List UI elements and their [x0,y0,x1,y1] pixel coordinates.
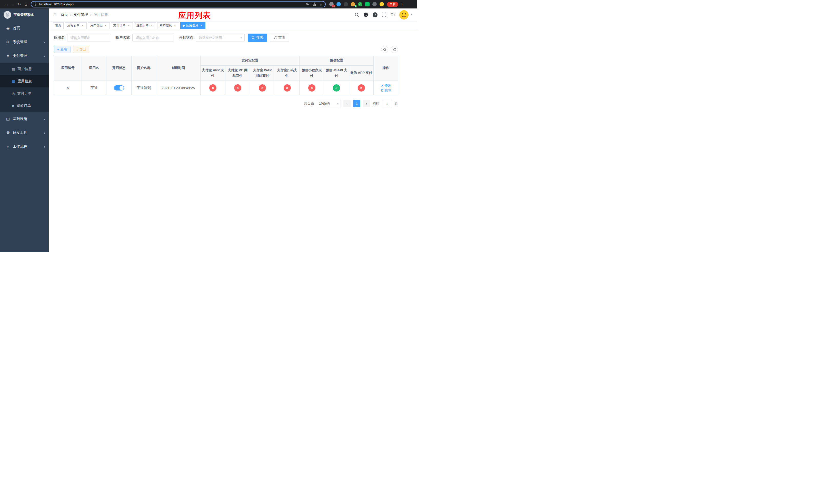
github-icon[interactable] [364,12,368,17]
document-icon: ⧉ [12,104,14,108]
browser-extension-icon[interactable] [336,2,341,6]
status-select[interactable]: 请选择开启状态 ▾ [196,33,245,42]
delete-link[interactable]: 删除 [380,88,391,93]
sidebar-item-label: 支付管理 [13,53,27,58]
forward-icon[interactable]: → [9,0,16,8]
page-size-select[interactable]: 10条/页 ▾ [317,100,341,107]
browser-menu-icon[interactable]: ⋮ [400,2,404,6]
cell-wechat-app: × [349,81,374,95]
add-button[interactable]: + 新增 [54,46,70,53]
prev-page-button[interactable]: ‹ [344,100,351,107]
tab-process-form[interactable]: 流程表单 × [65,22,87,29]
home-icon[interactable]: ⌂ [23,0,29,8]
sidebar-item-workflow[interactable]: ⧈ 工作流程 ▾ [0,140,49,154]
sidebar-item-devtools[interactable]: ⚒ 研发工具 ▾ [0,126,49,140]
breadcrumb-separator: / [70,13,71,17]
sidebar-item-infrastructure[interactable]: ▢ 基础设施 ▾ [0,112,49,126]
share-icon[interactable] [313,2,316,6]
total-count: 共 1 条 [304,101,314,106]
next-page-button[interactable]: › [363,100,370,107]
refresh-button[interactable] [391,46,398,53]
table-toolbar: + 新增 ↓ 导出 [54,46,398,53]
chevron-down-icon: ▾ [44,41,45,44]
tab-pay-order[interactable]: 支付订单 × [111,22,133,29]
sidebar-item-refund-order[interactable]: ⧉ 退款订单 [0,100,49,112]
cell-merchant: 芋道源码 [132,81,156,95]
search-button[interactable]: 搜索 [248,33,267,42]
tab-refund-order[interactable]: 退款订单 × [134,22,156,29]
reset-button[interactable]: 重置 [270,33,289,42]
col-header-status: 开启状态 [106,56,132,81]
app-name-input[interactable] [67,33,110,42]
font-size-icon[interactable]: TT [391,12,395,18]
app-table: 应用编号 应用名 开启状态 商户名称 创建时间 支付宝配置 微信配置 操作 支付… [54,55,398,95]
close-icon[interactable]: × [173,24,177,27]
close-icon[interactable]: × [81,24,84,27]
extensions-puzzle-icon[interactable] [372,2,377,6]
goto-page-input[interactable] [382,100,392,107]
tab-app-info[interactable]: 应用信息 × [180,22,205,29]
top-navbar: ≡ 首页 / 支付管理 / 应用信息 应用列表 [49,8,417,21]
sidebar-item-system[interactable]: ⚙ 系统管理 ▾ [0,35,49,49]
fullscreen-icon[interactable] [382,13,386,17]
sidebar-item-pay-order[interactable]: ◷ 支付订单 [0,87,49,100]
merchant-name-input[interactable] [132,33,174,42]
back-icon[interactable]: ← [3,0,9,8]
password-key-icon[interactable] [306,2,310,6]
col-header-actions: 操作 [374,56,398,81]
status-switch[interactable] [114,85,124,91]
edit-link[interactable]: 修改 [380,83,391,88]
user-avatar[interactable] [399,10,409,20]
url-text: localhost:1024/pay/app [39,2,306,6]
tab-home[interactable]: 首页 [53,22,64,29]
navbar-tools: ? TT ▾ [355,10,412,20]
breadcrumb-home[interactable]: 首页 [61,13,68,17]
search-icon[interactable] [355,13,359,17]
site-info-icon[interactable]: ⓘ [34,2,37,7]
cell-created: 2021-10-23 08:49:25 [156,81,201,95]
app-logo[interactable]: 芋道管理系统 [0,8,49,21]
reload-icon[interactable]: ↻ [16,0,23,8]
profile-extension-icon[interactable]: 1 [351,2,355,6]
cell-actions: 修改 删除 [374,81,398,95]
close-icon[interactable]: × [127,24,131,27]
col-header-merchant: 商户名称 [132,56,156,81]
chrome-update-button[interactable]: 更新 [387,2,398,7]
breadcrumb-payment[interactable]: 支付管理 [73,13,88,17]
emoji-extension-icon[interactable] [379,2,384,6]
help-icon[interactable]: ? [373,12,377,17]
bookmark-star-icon[interactable]: ☆ [319,2,323,6]
sidebar-toggle-icon[interactable]: ≡ [53,12,57,18]
tab-label: 用户分组 [90,23,103,28]
sidebar-item-app-info[interactable]: ▦ 应用信息 [0,75,49,87]
tab-label: 商户信息 [159,23,172,28]
close-icon[interactable]: × [150,24,154,27]
goto-label: 前往 [373,101,379,106]
cell-wechat-mini: × [300,81,324,95]
browser-extension-icon[interactable] [344,2,348,6]
sidebar-item-label: 基础设施 [13,117,27,121]
close-icon[interactable]: × [104,24,107,27]
sidebar-item-home[interactable]: ◉ 首页 [0,21,49,35]
active-dot [182,25,185,27]
group-header-alipay: 支付宝配置 [201,56,300,66]
toggle-search-button[interactable] [381,46,388,53]
browser-toolbar: ← → ↻ ⌂ ⓘ localhost:1024/pay/app ☆ 10 [0,0,417,8]
filter-form: 应用名 商户名称 开启状态 请选择开启状态 ▾ 搜索 重置 [54,33,412,42]
caret-down-icon: ▾ [411,13,412,17]
sidebar-item-merchant-info[interactable]: ▤ 商户信息 [0,63,49,75]
current-page-button[interactable]: 1 [353,100,360,107]
goto-unit-label: 页 [395,101,398,106]
browser-extension-icon[interactable]: ✓ [358,2,363,6]
tab-user-group[interactable]: 用户分组 × [88,22,110,29]
col-header-alipay-app: 支付宝 APP 支付 [201,66,225,81]
close-icon[interactable]: × [199,24,203,27]
reset-button-label: 重置 [278,36,285,40]
browser-extension-icon[interactable]: 10 [329,2,334,6]
chat-extension-icon[interactable] [365,2,370,6]
address-bar[interactable]: ⓘ localhost:1024/pay/app ☆ [31,1,326,7]
main-area: ≡ 首页 / 支付管理 / 应用信息 应用列表 [49,8,417,252]
export-button[interactable]: ↓ 导出 [73,46,89,53]
sidebar-item-payment[interactable]: ¥ 支付管理 ▴ [0,49,49,63]
tab-merchant-info[interactable]: 商户信息 × [157,22,179,29]
